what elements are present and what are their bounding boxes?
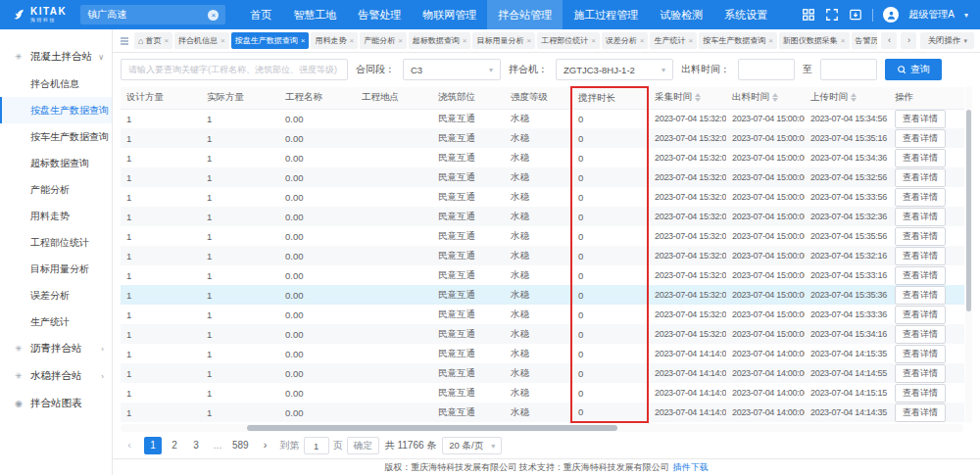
tab[interactable]: 误差分析× xyxy=(602,32,649,49)
table-row[interactable]: 110.00民意互通水稳02023-07-04 15:32:082023-07-… xyxy=(121,207,964,226)
vertical-scrollbar[interactable] xyxy=(965,86,972,423)
view-detail-button[interactable]: 查看详情 xyxy=(895,149,946,167)
table-row[interactable]: 110.00民意互通水稳02023-07-04 14:14:062023-07-… xyxy=(121,403,964,422)
view-detail-button[interactable]: 查看详情 xyxy=(895,384,946,403)
table-row[interactable]: 110.00民意互通水稳02023-07-04 14:14:062023-07-… xyxy=(121,363,964,383)
view-detail-button[interactable]: 查看详情 xyxy=(895,325,946,344)
page-jump-input[interactable] xyxy=(304,437,329,454)
column-header[interactable]: 采集时间 xyxy=(648,87,726,109)
page-number[interactable]: 589 xyxy=(230,437,251,454)
table-row[interactable]: 110.00民意互通水稳02023-07-04 15:32:082023-07-… xyxy=(121,265,964,285)
tab[interactable]: 按车生产数据查询× xyxy=(699,32,777,49)
sidebar-group[interactable]: ◉拌合站图表 xyxy=(0,390,112,417)
close-operations-dropdown[interactable]: 关闭操作 ▾ xyxy=(920,32,974,49)
sidebar-item[interactable]: 超标数据查询 xyxy=(0,150,112,176)
view-detail-button[interactable]: 查看详情 xyxy=(895,110,946,128)
table-row[interactable]: 110.00民意互通水稳02023-07-04 15:32:072023-07-… xyxy=(121,285,964,305)
view-detail-button[interactable]: 查看详情 xyxy=(895,208,946,226)
sort-icon[interactable] xyxy=(695,93,701,102)
clear-icon[interactable]: × xyxy=(208,10,219,21)
tab[interactable]: 生产统计× xyxy=(650,32,697,49)
table-row[interactable]: 110.00民意互通水稳02023-07-04 15:32:082023-07-… xyxy=(121,324,964,344)
sidebar-item[interactable]: 按盘生产数据查询 xyxy=(0,97,112,123)
apps-grid-icon[interactable] xyxy=(802,8,815,22)
nav-menu-item[interactable]: 拌合站管理 xyxy=(487,0,563,29)
view-detail-button[interactable]: 查看详情 xyxy=(895,345,946,363)
tab[interactable]: 超标数据查询× xyxy=(409,32,471,49)
tab[interactable]: 工程部位统计× xyxy=(537,32,600,49)
column-header[interactable]: 上传时间 xyxy=(805,87,889,109)
table-row[interactable]: 110.00民意互通水稳02023-07-04 14:14:062023-07-… xyxy=(121,344,964,363)
sort-icon[interactable] xyxy=(772,93,778,102)
confirm-button[interactable]: 确定 xyxy=(347,437,379,454)
nav-menu-item[interactable]: 试验检测 xyxy=(649,0,713,29)
vertical-scrollbar-thumb[interactable] xyxy=(966,110,971,311)
view-detail-button[interactable]: 查看详情 xyxy=(895,306,946,324)
fullscreen-icon[interactable] xyxy=(825,8,839,22)
page-size-select[interactable]: 20 条/页 ▾ xyxy=(442,437,502,454)
collapse-menu-icon[interactable] xyxy=(119,35,130,47)
contract-select[interactable]: C3 ▾ xyxy=(403,59,501,80)
mixer-select[interactable]: ZGTJC3-8HJ-1-2 ▾ xyxy=(556,59,673,80)
table-row[interactable]: 110.00民意互通水稳02023-07-04 15:32:082023-07-… xyxy=(121,305,964,324)
view-detail-button[interactable]: 查看详情 xyxy=(895,247,946,265)
nav-menu-item[interactable]: 施工过程管理 xyxy=(563,0,649,29)
nav-menu-item[interactable]: 智慧工地 xyxy=(282,0,347,29)
tab[interactable]: 告警历史查询× xyxy=(852,32,878,49)
nav-menu-item[interactable]: 物联网管理 xyxy=(412,0,487,29)
sidebar-item[interactable]: 拌合机信息 xyxy=(0,71,112,97)
tab-close-icon[interactable]: × xyxy=(640,36,645,45)
tab-close-icon[interactable]: × xyxy=(164,36,169,45)
page-prev-button[interactable]: ‹ xyxy=(121,437,138,454)
tab-close-icon[interactable]: × xyxy=(591,36,596,45)
delivery-time-to-input[interactable] xyxy=(820,59,877,80)
project-select[interactable]: 镇广高速 × xyxy=(80,5,225,24)
tab-close-icon[interactable]: × xyxy=(301,36,306,45)
page-next-button[interactable]: › xyxy=(257,437,274,454)
tab-close-icon[interactable]: × xyxy=(768,36,773,45)
caret-down-icon[interactable]: ▾ xyxy=(964,11,968,20)
tab-scroll-right-button[interactable]: › xyxy=(901,32,916,49)
nav-menu-item[interactable]: 系统设置 xyxy=(713,0,778,29)
table-row[interactable]: 110.00民意互通水稳02023-07-04 15:32:072023-07-… xyxy=(121,128,964,148)
table-row[interactable]: 110.00民意互通水稳02023-07-04 15:32:082023-07-… xyxy=(121,167,964,187)
sidebar-item[interactable]: 误差分析 xyxy=(0,282,112,309)
view-detail-button[interactable]: 查看详情 xyxy=(895,266,946,285)
sidebar-group[interactable]: ✳混凝土拌合站∨ xyxy=(0,43,112,71)
horizontal-scrollbar-thumb[interactable] xyxy=(247,425,617,431)
sidebar-item[interactable]: 工程部位统计 xyxy=(0,229,112,256)
keyword-input[interactable] xyxy=(121,59,348,80)
sidebar-item[interactable]: 产能分析 xyxy=(0,176,112,203)
tab[interactable]: 按盘生产数据查询× xyxy=(231,32,310,49)
tab-scroll-left-button[interactable]: ‹ xyxy=(881,32,897,49)
tab[interactable]: 目标用量分析× xyxy=(472,32,535,49)
sidebar-item[interactable]: 用料走势 xyxy=(0,203,112,229)
view-detail-button[interactable]: 查看详情 xyxy=(895,364,946,383)
avatar[interactable] xyxy=(883,7,899,23)
tab[interactable]: 用料走势× xyxy=(311,32,358,49)
tab[interactable]: 新图仪数据采集× xyxy=(779,32,850,49)
sort-icon[interactable] xyxy=(851,93,857,102)
plugin-download-link[interactable]: 插件下载 xyxy=(673,461,709,474)
page-number[interactable]: 2 xyxy=(166,437,183,454)
view-detail-button[interactable]: 查看详情 xyxy=(895,188,946,207)
tab[interactable]: 产能分析× xyxy=(360,32,407,49)
view-detail-button[interactable]: 查看详情 xyxy=(895,168,946,187)
table-row[interactable]: 110.00民意互通水稳02023-07-04 15:32:082023-07-… xyxy=(121,187,964,207)
search-button[interactable]: 查询 xyxy=(885,59,942,80)
tab-close-icon[interactable]: × xyxy=(688,36,693,45)
nav-menu-item[interactable]: 告警处理 xyxy=(347,0,412,29)
horizontal-scrollbar[interactable] xyxy=(121,424,963,432)
sidebar-group[interactable]: ✳水稳拌合站› xyxy=(0,362,112,390)
table-row[interactable]: 110.00民意互通水稳02023-07-04 15:32:072023-07-… xyxy=(121,109,964,128)
tab-close-icon[interactable]: × xyxy=(398,36,403,45)
user-name[interactable]: 超级管理A xyxy=(908,8,955,22)
sidebar-item[interactable]: 生产统计 xyxy=(0,309,112,335)
sidebar-item[interactable]: 目标用量分析 xyxy=(0,256,112,282)
table-row[interactable]: 110.00民意互通水稳02023-07-04 15:32:082023-07-… xyxy=(121,148,964,167)
tab-close-icon[interactable]: × xyxy=(526,36,531,45)
tab-close-icon[interactable]: × xyxy=(841,36,846,45)
page-number[interactable]: 3 xyxy=(187,437,205,454)
view-detail-button[interactable]: 查看详情 xyxy=(895,227,946,246)
capture-icon[interactable] xyxy=(849,8,862,22)
